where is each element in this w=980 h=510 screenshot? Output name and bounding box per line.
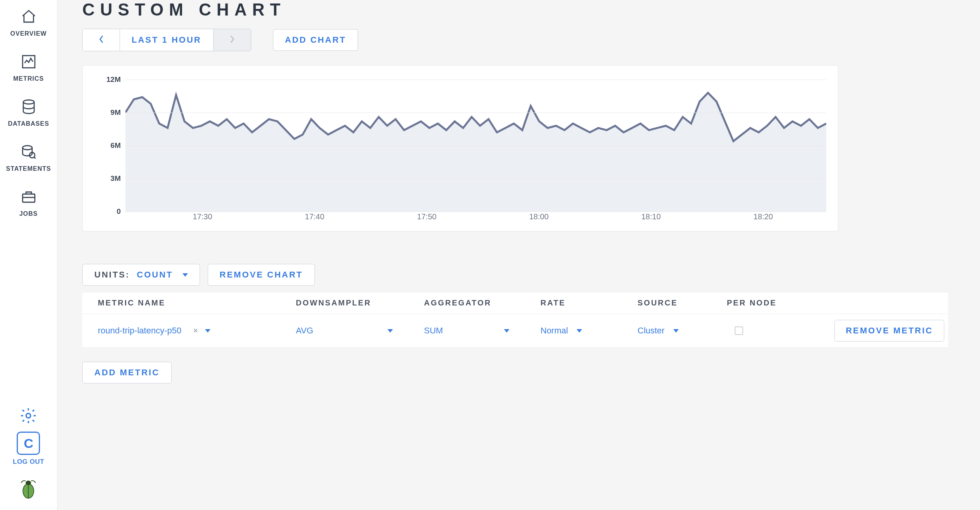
chevron-down-icon <box>577 329 582 333</box>
sidebar-item-label: METRICS <box>13 75 44 82</box>
statements-icon <box>21 144 37 161</box>
settings-icon[interactable] <box>19 407 37 426</box>
chart-icon <box>21 54 37 71</box>
y-tick: 6M <box>111 141 121 150</box>
per-node-checkbox[interactable] <box>735 326 743 335</box>
x-tick: 17:40 <box>305 212 324 221</box>
time-range-selector: LAST 1 HOUR <box>82 29 251 51</box>
col-source: SOURCE <box>622 298 711 307</box>
sidebar-item-statements[interactable]: STATEMENTS <box>0 137 57 182</box>
main-content: CUSTOM CHART LAST 1 HOUR ADD CH <box>57 0 980 510</box>
sidebar-item-overview[interactable]: OVERVIEW <box>0 2 57 47</box>
x-tick: 18:20 <box>754 212 773 221</box>
chart-area: 03M6M9M12M <box>94 80 826 212</box>
chevron-right-icon <box>229 35 235 45</box>
svg-point-8 <box>26 481 31 485</box>
sidebar-item-jobs[interactable]: JOBS <box>0 182 57 227</box>
svg-rect-4 <box>23 194 35 202</box>
x-tick: 18:10 <box>641 212 661 221</box>
remove-metric-label: REMOVE METRIC <box>846 326 933 335</box>
chart-controls: UNITS: COUNT REMOVE CHART <box>82 264 964 286</box>
add-metric-label: ADD METRIC <box>94 368 160 378</box>
rate-select[interactable]: Normal <box>525 326 622 336</box>
y-axis: 03M6M9M12M <box>94 80 125 212</box>
x-tick: 18:00 <box>529 212 549 221</box>
add-chart-label: ADD CHART <box>285 35 346 45</box>
sidebar: OVERVIEW METRICS DATABASES STATEMENTS JO… <box>0 0 57 510</box>
toolbar: LAST 1 HOUR ADD CHART <box>82 29 964 51</box>
time-range-label-button[interactable]: LAST 1 HOUR <box>120 29 214 51</box>
units-label: UNITS: <box>94 270 130 280</box>
logout-avatar: C <box>17 432 40 455</box>
table-header-row: METRIC NAME DOWNSAMPLER AGGREGATOR RATE … <box>82 292 948 314</box>
chevron-down-icon <box>205 329 210 333</box>
time-range-label: LAST 1 HOUR <box>132 35 202 45</box>
time-range-prev-button[interactable] <box>83 29 120 51</box>
col-per-node: PER NODE <box>711 298 808 307</box>
time-range-next-button <box>214 29 251 51</box>
y-tick: 3M <box>111 174 121 183</box>
source-value: Cluster <box>638 326 665 336</box>
aggregator-select[interactable]: SUM <box>408 326 525 336</box>
units-value: COUNT <box>137 270 173 280</box>
sidebar-item-metrics[interactable]: METRICS <box>0 47 57 92</box>
chevron-down-icon <box>504 329 509 333</box>
database-icon <box>21 99 37 116</box>
x-axis: 17:3017:4017:5018:0018:1018:20 <box>125 212 826 226</box>
rate-value: Normal <box>540 326 568 336</box>
sidebar-item-label: OVERVIEW <box>10 30 47 37</box>
sidebar-item-label: STATEMENTS <box>6 165 51 172</box>
metric-table: METRIC NAME DOWNSAMPLER AGGREGATOR RATE … <box>82 292 948 348</box>
y-tick: 0 <box>116 207 121 216</box>
sidebar-item-databases[interactable]: DATABASES <box>0 92 57 137</box>
add-metric-button[interactable]: ADD METRIC <box>82 362 172 383</box>
units-dropdown[interactable]: UNITS: COUNT <box>82 264 200 286</box>
cockroach-logo-icon <box>17 477 39 501</box>
chart-plot[interactable] <box>125 80 826 212</box>
x-tick: 17:30 <box>193 212 212 221</box>
chevron-down-icon <box>673 329 679 333</box>
downsampler-select[interactable]: AVG <box>280 326 408 336</box>
metric-name-select[interactable]: round-trip-latency-p50 × <box>82 326 280 336</box>
remove-chart-label: REMOVE CHART <box>220 270 303 280</box>
chart-card: 03M6M9M12M 17:3017:4017:5018:0018:1018:2… <box>82 65 838 231</box>
logout-button[interactable]: C LOG OUT <box>13 432 44 466</box>
svg-point-5 <box>26 413 31 418</box>
logout-label: LOG OUT <box>13 458 44 466</box>
briefcase-icon <box>21 189 37 206</box>
home-icon <box>21 9 37 26</box>
chevron-left-icon <box>98 35 104 45</box>
actions-cell: REMOVE METRIC <box>808 320 948 342</box>
clear-icon[interactable]: × <box>193 326 198 336</box>
y-tick: 12M <box>106 75 121 84</box>
remove-metric-button[interactable]: REMOVE METRIC <box>834 320 944 342</box>
x-tick: 17:50 <box>417 212 436 221</box>
remove-chart-button[interactable]: REMOVE CHART <box>208 264 315 286</box>
col-metric-name: METRIC NAME <box>82 298 280 307</box>
table-row: round-trip-latency-p50 × AVG SUM Normal <box>82 314 948 347</box>
aggregator-value: SUM <box>424 326 443 336</box>
svg-point-2 <box>23 146 32 150</box>
sidebar-item-label: DATABASES <box>8 120 49 127</box>
sidebar-item-label: JOBS <box>19 210 38 217</box>
metric-name-value: round-trip-latency-p50 <box>98 326 181 336</box>
add-chart-button[interactable]: ADD CHART <box>273 29 358 51</box>
downsampler-value: AVG <box>296 326 313 336</box>
svg-point-1 <box>23 100 34 104</box>
col-rate: RATE <box>525 298 622 307</box>
chevron-down-icon <box>387 329 393 333</box>
y-tick: 9M <box>111 108 121 117</box>
col-aggregator: AGGREGATOR <box>408 298 525 307</box>
per-node-cell <box>711 326 808 335</box>
col-downsampler: DOWNSAMPLER <box>280 298 408 307</box>
chevron-down-icon <box>182 273 188 277</box>
page-title: CUSTOM CHART <box>82 0 964 19</box>
source-select[interactable]: Cluster <box>622 326 711 336</box>
